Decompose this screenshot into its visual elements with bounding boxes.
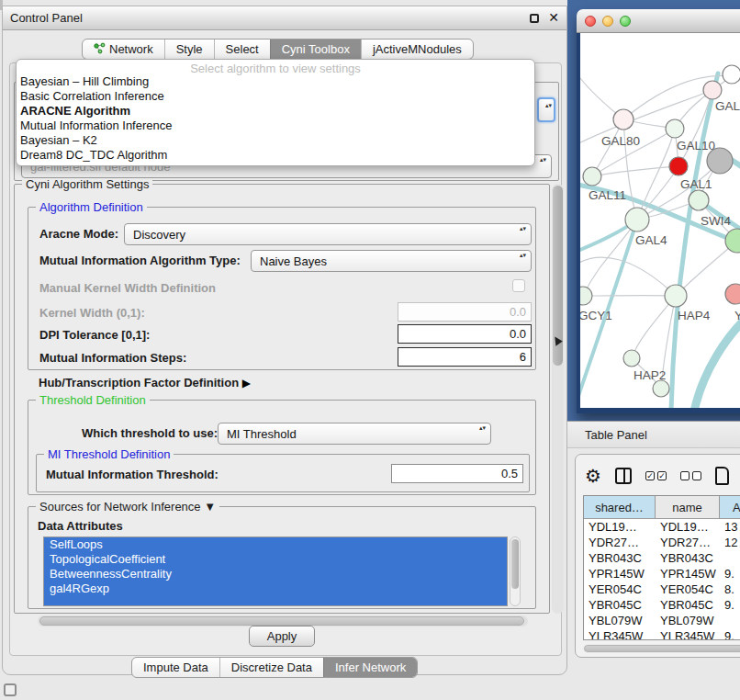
chevron-down-icon: ▼: [204, 500, 216, 514]
network-canvas[interactable]: GAL GAL80 GAL10 GAL1 GAL11 SWI4 GAL4 GCY…: [580, 33, 740, 408]
hub-definition-toggle[interactable]: Hub/Transcription Factor Definition ▶: [39, 376, 251, 390]
table-panel-title: Table Panel: [585, 428, 647, 442]
minimize-traffic-light-icon[interactable]: [602, 16, 613, 27]
popup-item[interactable]: Bayesian – Hill Climbing: [17, 74, 534, 89]
manual-kernel-checkbox[interactable]: [512, 279, 525, 292]
algorithm-popup-prompt: Select algorithm to view settings: [17, 60, 534, 74]
node-label: GAL: [715, 99, 740, 113]
table-panel-bar: Table Panel: [567, 421, 740, 448]
mi-threshold-definition-title: MI Threshold Definition: [44, 447, 174, 461]
zoom-traffic-light-icon[interactable]: [620, 16, 631, 27]
tab-network-label: Network: [109, 42, 153, 56]
dpi-tolerance-field[interactable]: 0.0: [398, 324, 532, 344]
node-gal[interactable]: [703, 81, 722, 99]
table-hscrollbar[interactable]: [583, 644, 740, 653]
aracne-mode-combo[interactable]: Discovery ▴▾: [124, 223, 532, 245]
popup-item[interactable]: Basic Correlation Inference: [17, 89, 534, 104]
mi-steps-field[interactable]: 6: [398, 347, 532, 367]
sources-group: Sources for Network Inference ▼ Data Att…: [28, 506, 536, 609]
network-graph: GAL GAL80 GAL10 GAL1 GAL11 SWI4 GAL4 GCY…: [580, 33, 740, 408]
algorithm-definition-group: Algorithm Definition Aracne Mode: Discov…: [28, 207, 536, 370]
node[interactable]: [653, 380, 669, 397]
settings-hscrollbar-thumb[interactable]: [39, 616, 524, 626]
node-label: GAL11: [589, 188, 626, 202]
tab-style[interactable]: Style: [164, 40, 214, 59]
table-row[interactable]: YDL19… YDL19… 13: [584, 519, 740, 535]
popup-item[interactable]: ARACNE Algorithm: [17, 104, 534, 119]
column-header[interactable]: A: [720, 496, 740, 518]
list-item[interactable]: BetweennessCentrality: [44, 567, 507, 581]
table-row[interactable]: YPR145W YPR145W 9.: [584, 566, 740, 581]
list-item[interactable]: TopologicalCoefficient: [44, 552, 507, 567]
table-hscrollbar-thumb[interactable]: [584, 645, 740, 652]
tab-discretize-data[interactable]: Discretize Data: [219, 658, 323, 677]
list-item-partial[interactable]: [44, 596, 507, 606]
node-gal4[interactable]: [625, 208, 649, 231]
network-window[interactable]: GAL GAL80 GAL10 GAL1 GAL11 SWI4 GAL4 GCY…: [577, 9, 740, 413]
node-gcy1[interactable]: [580, 287, 592, 305]
table-header-row: shared… name A: [584, 496, 740, 519]
list-scrollbar-thumb[interactable]: [511, 539, 519, 589]
node-label: GAL1: [680, 177, 712, 191]
kernel-width-label: Kernel Width (0,1):: [39, 306, 145, 320]
threshold-definition-title: Threshold Definition: [36, 393, 150, 407]
close-icon[interactable]: ✕: [548, 10, 559, 25]
cyni-algorithm-settings-group: Cyni Algorithm Settings Algorithm Defini…: [14, 184, 550, 614]
sources-title[interactable]: Sources for Network Inference ▼: [36, 500, 219, 514]
table-row[interactable]: YLR345W YLR345W 9.: [584, 628, 740, 640]
combo-arrows-icon: ▴▾: [520, 253, 526, 257]
which-threshold-combo[interactable]: MI Threshold ▴▾: [218, 423, 491, 445]
tab-select[interactable]: Select: [214, 40, 270, 59]
mi-threshold-field[interactable]: 0.5: [391, 464, 523, 483]
list-scrollbar[interactable]: [510, 536, 521, 606]
algorithm-definition-title: Algorithm Definition: [36, 200, 147, 214]
float-window-icon[interactable]: [530, 14, 539, 23]
threshold-definition-group: Threshold Definition Which threshold to …: [28, 400, 536, 495]
tab-infer-network[interactable]: Infer Network: [323, 658, 417, 677]
node-salmon[interactable]: [725, 284, 740, 304]
node-gal80[interactable]: [613, 109, 633, 130]
manual-kernel-label: Manual Kernel Width Definition: [39, 281, 216, 295]
settings-scrollbar[interactable]: [552, 184, 564, 614]
column-header[interactable]: shared…: [584, 496, 656, 518]
algorithm-combo-focused-end[interactable]: ▴▾: [537, 97, 555, 122]
popup-item[interactable]: Mutual Information Inference: [17, 119, 534, 133]
desktop-background: GAL GAL80 GAL10 GAL1 GAL11 SWI4 GAL4 GCY…: [567, 0, 740, 421]
node[interactable]: [723, 65, 740, 84]
apply-button[interactable]: Apply: [249, 626, 315, 647]
tab-cyni-toolbox[interactable]: Cyni Toolbox: [270, 40, 361, 59]
aracne-mode-label: Aracne Mode:: [39, 227, 118, 241]
close-traffic-light-icon[interactable]: [585, 16, 596, 27]
node-red[interactable]: [669, 157, 688, 175]
combo-arrows-icon: ▴▾: [545, 103, 552, 107]
table-row[interactable]: YBR045C YBR045C 9.: [584, 597, 740, 613]
select-all-columns-icon[interactable]: ✓✓: [645, 471, 667, 480]
node-hap2[interactable]: [623, 350, 640, 367]
node-gal11[interactable]: [583, 167, 601, 186]
node-hap4[interactable]: [665, 285, 687, 307]
tab-jactivemnodules[interactable]: jActiveMNodules: [361, 40, 473, 59]
popup-item[interactable]: Dream8 DC_TDC Algorithm: [17, 148, 534, 163]
list-item[interactable]: gal4RGexp: [44, 581, 507, 596]
column-header[interactable]: name: [656, 496, 720, 518]
gear-icon[interactable]: ⚙: [585, 467, 601, 485]
collapsed-panel-icon[interactable]: [4, 683, 17, 696]
tab-impute-data[interactable]: Impute Data: [132, 658, 219, 677]
columns-icon[interactable]: [615, 468, 632, 484]
mi-type-combo[interactable]: Naive Bayes ▴▾: [251, 250, 532, 272]
network-window-titlebar[interactable]: [577, 9, 740, 33]
node-label: GCY1: [580, 309, 612, 322]
table-row[interactable]: YDR27… YDR27… 12: [584, 535, 740, 550]
node-gal10[interactable]: [666, 119, 684, 138]
table-row[interactable]: YBR043C YBR043C: [584, 550, 740, 566]
kernel-width-field[interactable]: 0.0: [398, 302, 532, 322]
tab-network[interactable]: Network: [83, 40, 164, 59]
deselect-all-columns-icon[interactable]: [680, 471, 701, 480]
table-row[interactable]: YBL079W YBL079W: [584, 613, 740, 628]
list-item[interactable]: SelfLoops: [44, 537, 507, 552]
document-icon[interactable]: [715, 467, 729, 485]
table-row[interactable]: YER054C YER054C 8.: [584, 581, 740, 597]
node-gal1[interactable]: [689, 190, 709, 210]
popup-item[interactable]: Bayesian – K2: [17, 133, 534, 148]
node-table[interactable]: shared… name A YDL19… YDL19… 13 YDR27… Y…: [583, 495, 740, 640]
